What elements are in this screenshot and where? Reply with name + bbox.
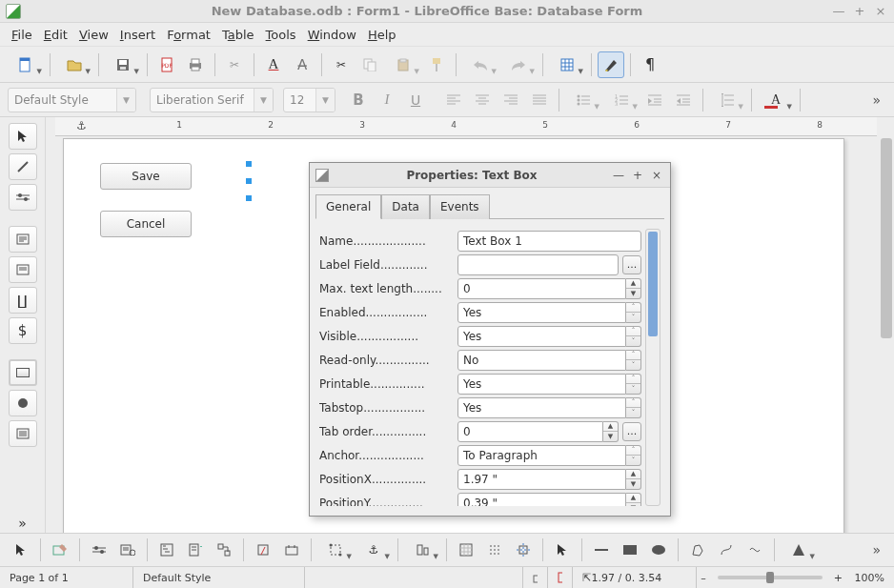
form-save-button[interactable]: Save: [100, 163, 192, 190]
bullet-list-button[interactable]: ▼: [565, 87, 601, 113]
bottom-toolbar-more[interactable]: »: [872, 542, 886, 558]
status-page[interactable]: Page 1 of 1: [0, 567, 133, 588]
tab-data[interactable]: Data: [381, 194, 430, 219]
italic-button[interactable]: I: [374, 87, 400, 113]
select-tool2[interactable]: [8, 537, 34, 563]
redo-button[interactable]: ▼: [500, 51, 537, 78]
status-position[interactable]: ⇱ 1.97 / 0. 3.54: [573, 567, 697, 588]
font-color-a-button[interactable]: A: [260, 51, 287, 78]
menu-format[interactable]: Format: [161, 25, 216, 45]
underline-button[interactable]: U: [402, 87, 429, 113]
dropdown-button[interactable]: ˄˅: [626, 350, 641, 371]
property-value-input[interactable]: 0: [457, 278, 626, 299]
line-spacing-button[interactable]: ▼: [709, 87, 745, 113]
curve-shape-button[interactable]: [713, 537, 740, 563]
cut-button[interactable]: ✂: [221, 51, 248, 78]
horizontal-ruler[interactable]: ⚓ 1 2 3 4 5 6 7 8: [55, 117, 877, 136]
dropdown-button[interactable]: ˄˅: [626, 374, 641, 395]
property-value-input[interactable]: Yes: [457, 326, 626, 347]
tab-events[interactable]: Events: [430, 194, 490, 219]
form-properties-button[interactable]: [114, 537, 141, 563]
char-a-button[interactable]: A̶: [289, 51, 315, 78]
dialog-maximize-button[interactable]: +: [630, 168, 645, 183]
paragraph-style-combo[interactable]: Default Style▼: [8, 88, 136, 112]
open-button[interactable]: ▼: [56, 51, 92, 78]
zoom-out-button[interactable]: –: [697, 567, 710, 588]
new-button[interactable]: ▼: [8, 51, 44, 78]
print-button[interactable]: [182, 51, 209, 78]
minimize-button[interactable]: —: [831, 4, 846, 19]
open-readonly-button[interactable]: [250, 537, 276, 563]
menu-view[interactable]: View: [73, 25, 114, 45]
menu-insert[interactable]: Insert: [114, 25, 161, 45]
table-insert-button[interactable]: ▼: [549, 51, 585, 78]
selection-handle[interactable]: [245, 194, 253, 202]
align-left-button[interactable]: [440, 87, 467, 113]
vertical-text-tool[interactable]: ∐: [9, 287, 37, 314]
property-value-input[interactable]: Text Box 1: [457, 231, 641, 252]
snap-grid-button[interactable]: [481, 537, 508, 563]
property-value-input[interactable]: Yes: [457, 374, 626, 395]
add-field-button[interactable]: +: [182, 537, 209, 563]
currency-tool[interactable]: $: [9, 317, 37, 344]
status-insert-mode[interactable]: [523, 567, 548, 588]
status-selection-mode[interactable]: [548, 567, 573, 588]
form-navigator-button[interactable]: [153, 537, 180, 563]
text-body-tool[interactable]: [9, 226, 37, 253]
spin-buttons[interactable]: ▲▼: [626, 278, 641, 299]
cut-icon[interactable]: ✂: [328, 51, 355, 78]
line-tool[interactable]: [9, 153, 37, 180]
status-lang[interactable]: [305, 567, 523, 588]
property-value-input[interactable]: To Paragraph: [457, 445, 626, 466]
property-value-input[interactable]: 1.97 ": [457, 469, 626, 490]
property-value-input[interactable]: Yes: [457, 302, 626, 323]
dropdown-button[interactable]: ˄˅: [626, 445, 641, 466]
dialog-close-button[interactable]: ×: [649, 168, 664, 183]
selection-handle[interactable]: [245, 160, 253, 168]
tab-order-button[interactable]: [211, 537, 237, 563]
spin-buttons[interactable]: ▲▼: [626, 469, 641, 490]
basic-shapes-button[interactable]: ▼: [781, 537, 817, 563]
formatting-marks-button[interactable]: ¶: [637, 51, 663, 78]
menu-help[interactable]: Help: [362, 25, 402, 45]
align-center-button[interactable]: [469, 87, 496, 113]
number-list-button[interactable]: 123▼: [603, 87, 640, 113]
align-right-button[interactable]: [498, 87, 524, 113]
copy-button[interactable]: [356, 51, 383, 78]
ellipsis-button[interactable]: ...: [622, 422, 641, 441]
dropdown-button[interactable]: ˄˅: [626, 326, 641, 347]
menu-window[interactable]: Window: [302, 25, 362, 45]
guides-button[interactable]: [510, 537, 537, 563]
spin-buttons[interactable]: ▲▼: [626, 493, 641, 507]
property-value-input[interactable]: 0.39 ": [457, 493, 626, 507]
font-color-button[interactable]: A▼: [758, 87, 794, 113]
spin-buttons[interactable]: ▲▼: [603, 421, 619, 442]
design-mode-button[interactable]: [47, 537, 73, 563]
position-size-button[interactable]: ▼: [317, 537, 354, 563]
menu-edit[interactable]: Edit: [38, 25, 73, 45]
button-tool[interactable]: [9, 359, 37, 386]
form-cancel-button[interactable]: Cancel: [100, 211, 192, 237]
zoom-slider[interactable]: [718, 576, 823, 579]
highlight-button[interactable]: [598, 51, 624, 78]
tab-general[interactable]: General: [315, 194, 381, 219]
dialog-minimize-button[interactable]: —: [611, 168, 626, 183]
dropdown-button[interactable]: ˄˅: [626, 397, 641, 418]
property-value-input[interactable]: [457, 254, 619, 275]
dialog-scrollbar[interactable]: [645, 229, 660, 506]
list-tool[interactable]: [9, 420, 37, 447]
select-arrow2[interactable]: [549, 537, 576, 563]
align-justify-button[interactable]: [526, 87, 553, 113]
status-style[interactable]: Default Style: [133, 567, 305, 588]
maximize-button[interactable]: +: [852, 4, 867, 19]
property-value-input[interactable]: 0: [457, 421, 603, 442]
save-button[interactable]: ▼: [105, 51, 141, 78]
rect-shape-button[interactable]: [617, 537, 643, 563]
control-tool[interactable]: [9, 184, 37, 211]
dialog-titlebar[interactable]: Properties: Text Box — + ×: [310, 163, 670, 188]
bold-button[interactable]: B: [345, 87, 372, 113]
ellipsis-button[interactable]: ...: [622, 255, 641, 274]
pdf-export-button[interactable]: PDF: [153, 51, 180, 78]
align-button[interactable]: ▼: [404, 537, 440, 563]
dropdown-button[interactable]: ˄˅: [626, 302, 641, 323]
